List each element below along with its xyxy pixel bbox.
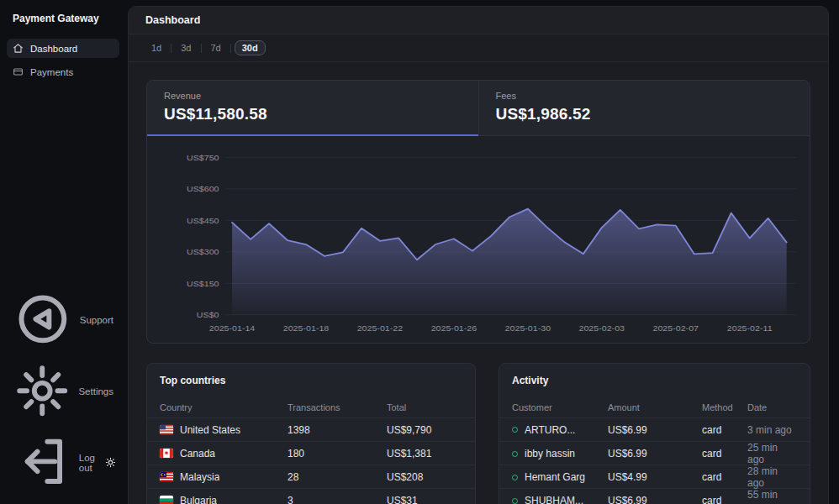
sidebar-item-label: Settings [78,386,113,396]
stat-tab-fees[interactable]: Fees US$1,986.52 [478,81,810,135]
range-separator [171,44,171,53]
sidebar-item-label: Dashboard [30,44,77,54]
activity-title: Activity [499,364,810,396]
table-row: Bulgaria3US$31 [147,489,475,504]
range-separator [201,44,202,53]
date-value: 28 min ago [747,465,797,489]
amount-value: US$6.99 [608,424,702,436]
chart-area: US$0US$150US$300US$450US$600US$7502025-0… [147,136,810,343]
activity-card: Activity Customer Amount Method Date ART… [499,363,810,504]
date-range-selector: 1d3d7d30d [145,40,266,55]
top-countries-header: Country Transactions Total [147,396,475,418]
svg-text:2025-01-26: 2025-01-26 [431,323,478,332]
total-value: US$1,381 [387,448,462,459]
svg-text:2025-01-14: 2025-01-14 [209,323,256,332]
range-1d-button[interactable]: 1d [145,40,167,55]
sidebar-footer: Support Settings Log out [0,286,126,504]
sidebar-item-label: Support [80,315,113,325]
method-value: card [702,448,747,459]
stat-tab-revenue[interactable]: Revenue US$11,580.58 [147,81,478,135]
stat-value: US$11,580.58 [164,105,462,123]
credit-card-icon [13,66,24,77]
status-dot-icon [512,475,518,480]
transactions-value: 1398 [288,424,387,436]
amount-value: US$6.99 [608,495,702,504]
column-header: Total [387,402,462,412]
page-title: Dashboard [145,14,811,26]
table-row: ARTURO...US$6.99card3 min ago [499,418,810,442]
total-value: US$9,790 [387,424,462,436]
sidebar-item-settings[interactable]: Settings [7,358,119,425]
ca-flag-icon [160,449,173,458]
activity-rows: ARTURO...US$6.99card3 min agoibby hassin… [499,418,810,504]
column-header: Transactions [288,402,387,412]
customer-name: SHUBHAM... [525,495,583,504]
transactions-value: 28 [288,471,387,483]
date-value: 3 min ago [747,424,797,436]
support-icon [13,289,73,351]
column-header: Amount [608,402,702,412]
svg-text:2025-02-07: 2025-02-07 [652,323,699,332]
svg-text:2025-01-22: 2025-01-22 [357,323,404,332]
svg-text:US$0: US$0 [197,311,219,319]
method-value: card [702,471,747,483]
country-name: United States [180,424,240,436]
svg-text:US$600: US$600 [187,185,219,193]
svg-text:US$300: US$300 [187,248,219,256]
customer-name: ARTURO... [525,424,575,436]
my-flag-icon [160,472,173,481]
sidebar-item-label: Payments [30,67,73,77]
us-flag-icon [160,425,173,434]
total-value: US$31 [387,495,462,504]
home-icon [13,43,24,54]
range-30d-button[interactable]: 30d [235,40,266,55]
stat-value: US$1,986.52 [496,105,794,123]
gear-icon [13,361,71,422]
range-separator [230,44,231,53]
transactions-value: 180 [288,448,387,459]
theme-toggle-button[interactable] [101,454,119,472]
revenue-chart-card: Revenue US$11,580.58 Fees US$1,986.52 US… [146,80,810,344]
stat-label: Fees [496,91,794,101]
sidebar-item-logout[interactable]: Log out [7,428,101,496]
status-dot-icon [512,451,518,457]
column-header: Date [747,402,797,412]
status-dot-icon [512,498,518,504]
svg-text:2025-02-11: 2025-02-11 [727,323,773,332]
date-value: 25 min ago [747,442,797,465]
country-name: Malaysia [180,471,219,483]
customer-name: ibby hassin [525,448,575,459]
top-countries-rows: United States1398US$9,790Canada180US$1,3… [147,418,475,504]
svg-text:US$450: US$450 [187,216,219,224]
app-title: Payment Gateway [0,0,126,39]
table-row: Canada180US$1,381 [147,442,475,465]
sidebar-item-support[interactable]: Support [7,286,119,354]
top-countries-title: Top countries [147,364,475,396]
customer-name: Hemant Garg [525,471,585,483]
date-value: 55 min ago [747,489,797,504]
total-value: US$208 [387,471,462,483]
bg-flag-icon [160,496,173,504]
country-name: Bulgaria [180,495,217,504]
sun-icon [105,457,116,468]
method-value: card [702,424,747,436]
sidebar-item-dashboard[interactable]: Dashboard [7,39,119,58]
table-row: Malaysia28US$208 [147,465,475,489]
amount-value: US$6.99 [608,448,702,459]
column-header: Country [160,402,288,412]
table-row: Hemant GargUS$4.99card28 min ago [499,465,810,489]
range-3d-button[interactable]: 3d [175,40,197,55]
column-header: Customer [512,402,608,412]
revenue-area-chart: US$0US$150US$300US$450US$600US$7502025-0… [152,143,805,341]
logout-icon [13,432,72,493]
range-7d-button[interactable]: 7d [205,40,227,55]
stats-row: Revenue US$11,580.58 Fees US$1,986.52 [147,81,810,136]
top-countries-card: Top countries Country Transactions Total… [146,363,476,504]
svg-text:2025-02-03: 2025-02-03 [579,323,625,332]
table-row: United States1398US$9,790 [147,418,475,442]
sidebar-item-payments[interactable]: Payments [7,62,119,81]
sidebar: Payment Gateway Dashboard Payments Suppo… [0,0,126,504]
main-panel: Dashboard 1d3d7d30d Revenue US$11,580.58… [128,6,829,504]
page-header: Dashboard [129,7,828,34]
status-dot-icon [512,427,518,433]
